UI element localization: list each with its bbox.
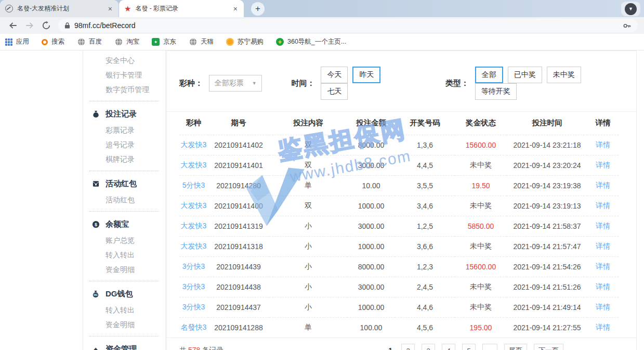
- bookmark-item[interactable]: 搜索: [42, 37, 64, 46]
- time-button-今天[interactable]: 今天: [321, 67, 348, 83]
- forward-icon[interactable]: [23, 19, 36, 32]
- bookmark-item[interactable]: 淘宝: [114, 37, 139, 46]
- cell-detail: 详情: [587, 277, 619, 297]
- time-filter-label: 时间：: [291, 79, 314, 88]
- tab-bet-record[interactable]: ★ 名發 - 彩票记录 ×: [119, 0, 244, 17]
- cell-issue: 202109141402: [208, 135, 269, 155]
- table-row: 3分快320210914437小1000.004,4,6未中奖2021-09-1…: [179, 297, 619, 317]
- filter-bar: 彩种： 全部彩票 ▼ 时间： 今天昨天七天 类型： 全部已中奖未中奖等待开奖: [167, 51, 636, 112]
- page-button-3[interactable]: 3: [422, 344, 435, 350]
- cell-lottery: 大发快3: [179, 135, 208, 155]
- cell-numbers: 1,2,3: [395, 256, 455, 277]
- page-button-2[interactable]: 2: [401, 344, 415, 350]
- page-last-button[interactable]: 尾页: [504, 344, 527, 350]
- sidebar-section-资金管理[interactable]: ♠资金管理: [83, 341, 165, 350]
- url-bar[interactable]: 98mf.cc/betRecord: [58, 19, 638, 32]
- cell-amount: 3000.00: [347, 216, 395, 236]
- sidebar-section-DG钱包[interactable]: DGDG钱包: [83, 286, 165, 303]
- lottery-select[interactable]: 全部彩票 ▼: [209, 75, 262, 92]
- cell-amount: 1000.00: [347, 236, 395, 256]
- tab-plan[interactable]: 名發-大发精准计划 ×: [0, 0, 119, 17]
- type-button-未中奖[interactable]: 未中奖: [547, 67, 581, 83]
- detail-link[interactable]: 详情: [596, 181, 610, 189]
- type-button-全部[interactable]: 全部: [475, 67, 503, 83]
- page-button-5[interactable]: 5: [462, 344, 476, 350]
- total-count: 578: [187, 346, 202, 350]
- sidebar-item-活动红包[interactable]: 活动红包: [83, 192, 165, 207]
- sidebar-item-转入转出[interactable]: 转入转出: [83, 303, 165, 317]
- new-tab-button[interactable]: +: [251, 2, 265, 16]
- close-icon[interactable]: ×: [232, 5, 239, 13]
- bookmark-item[interactable]: 百度: [77, 37, 102, 46]
- cell-numbers: 1,3,6: [395, 135, 455, 155]
- bookmark-item[interactable]: +360导航_一个主页...: [276, 37, 346, 46]
- bookmark-item[interactable]: 苏宁易购: [226, 37, 264, 46]
- time-button-七天[interactable]: 七天: [321, 83, 348, 100]
- column-header-投注时间: 投注时间: [507, 112, 587, 135]
- type-filter-label: 类型：: [445, 79, 469, 88]
- sidebar-divider: [89, 281, 159, 281]
- apps-icon: [5, 38, 12, 46]
- detail-link[interactable]: 详情: [596, 242, 610, 250]
- sidebar-group: DGDG钱包转入转出资金明细: [83, 284, 165, 333]
- sidebar-item-转入转出[interactable]: 转入转出: [83, 248, 165, 262]
- bookmark-item[interactable]: ✦京东: [152, 37, 176, 46]
- detail-link[interactable]: 详情: [596, 140, 610, 149]
- bookmark-item[interactable]: 应用: [5, 37, 29, 46]
- sidebar-item-彩票记录[interactable]: 彩票记录: [83, 123, 165, 137]
- cell-numbers: 3,6,6: [395, 236, 455, 256]
- cell-status: 未中奖: [455, 236, 507, 256]
- type-button-等待开奖[interactable]: 等待开奖: [475, 83, 517, 100]
- detail-link[interactable]: 详情: [596, 282, 610, 291]
- sidebar-section-活动红包[interactable]: 活动红包: [83, 175, 165, 192]
- sidebar-item-数字货币管理[interactable]: 数字货币管理: [83, 82, 165, 97]
- sidebar-item-追号记录[interactable]: 追号记录: [83, 137, 165, 152]
- refresh-icon[interactable]: [40, 19, 53, 32]
- cell-lottery: 大发快3: [179, 216, 208, 236]
- cell-status: 未中奖: [455, 297, 507, 317]
- table-row: 大发快3202109141400双1000.003,4,6未中奖2021-09-…: [179, 196, 619, 216]
- sidebar-section-label: DG钱包: [106, 289, 133, 299]
- sidebar-section-余额宝[interactable]: $余额宝: [83, 216, 165, 233]
- cell-content: 双: [269, 155, 347, 175]
- sidebar-item-银行卡管理[interactable]: 银行卡管理: [83, 68, 165, 82]
- cell-status: 15600.00: [455, 135, 507, 155]
- sidebar-item-资金明细[interactable]: 资金明细: [83, 262, 165, 277]
- sidebar-item-棋牌记录[interactable]: 棋牌记录: [83, 152, 165, 166]
- sidebar-item-安全中心[interactable]: 安全中心: [83, 53, 165, 68]
- table-row: 大发快3202109141402双8000.001,3,615600.00202…: [179, 135, 619, 155]
- sidebar-section-投注记录[interactable]: 投注记录: [83, 106, 165, 123]
- detail-link[interactable]: 详情: [596, 262, 610, 270]
- close-icon[interactable]: ×: [107, 5, 113, 13]
- sidebar-item-账户总览[interactable]: 账户总览: [83, 233, 165, 248]
- cell-time: 2021-09-14 21:54:26: [507, 256, 587, 277]
- detail-link[interactable]: 详情: [596, 222, 610, 230]
- type-button-已中奖[interactable]: 已中奖: [508, 67, 542, 83]
- cell-lottery: 3分快3: [179, 277, 208, 297]
- bookmark-item[interactable]: 天猫: [189, 37, 214, 46]
- detail-link[interactable]: 详情: [596, 161, 610, 169]
- cell-issue: 20210914437: [208, 297, 269, 317]
- cell-issue: 202109141401: [208, 155, 269, 175]
- profile-chip[interactable]: ▼: [621, 2, 640, 16]
- page-ellipsis[interactable]: ...: [482, 344, 497, 350]
- cell-issue: 202109141319: [208, 216, 269, 236]
- sidebar-item-资金明细[interactable]: 资金明细: [83, 317, 165, 332]
- page-button-4[interactable]: 4: [442, 344, 455, 350]
- time-button-昨天[interactable]: 昨天: [352, 67, 380, 83]
- time-buttons: 今天昨天七天: [321, 67, 412, 100]
- detail-link[interactable]: 详情: [596, 201, 610, 210]
- cell-lottery: 3分快3: [179, 256, 208, 277]
- key-icon[interactable]: [623, 21, 632, 30]
- back-icon[interactable]: [6, 19, 20, 32]
- browser-toolbar: 98mf.cc/betRecord: [0, 17, 644, 34]
- cell-content: 双: [269, 135, 347, 155]
- page-next-button[interactable]: 下一页: [534, 344, 563, 350]
- search-icon: [42, 39, 48, 45]
- cell-status: 未中奖: [455, 196, 507, 216]
- detail-link[interactable]: 详情: [596, 303, 610, 311]
- cell-status: 15600.00: [455, 256, 507, 277]
- cell-issue: 20210914439: [208, 256, 269, 277]
- detail-link[interactable]: 详情: [596, 323, 610, 331]
- cell-detail: 详情: [587, 196, 619, 216]
